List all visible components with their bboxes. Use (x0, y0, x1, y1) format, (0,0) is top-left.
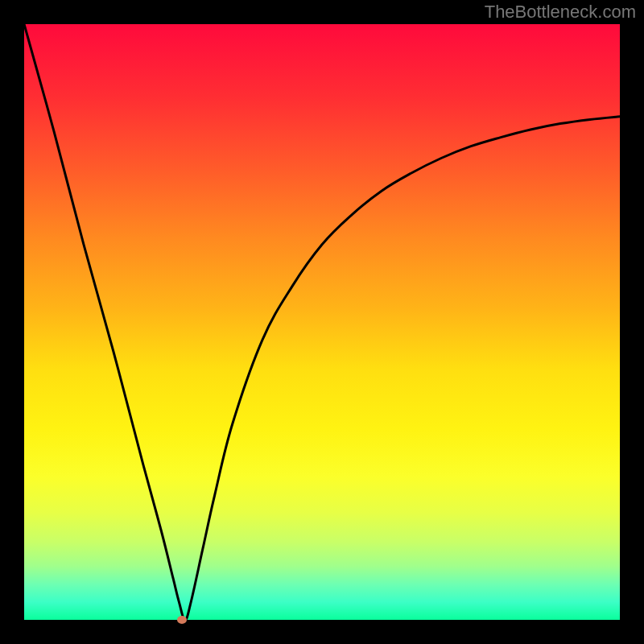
chart-container: TheBottleneck.com (0, 0, 644, 644)
bottleneck-curve (24, 24, 620, 620)
curve-svg (24, 24, 620, 620)
watermark-text: TheBottleneck.com (485, 2, 636, 23)
plot-area (24, 24, 620, 620)
minimum-marker (177, 616, 187, 624)
